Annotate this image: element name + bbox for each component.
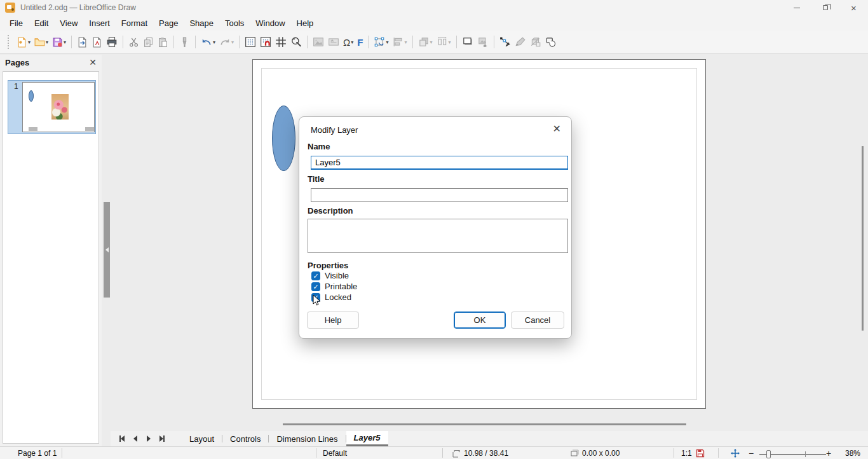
arrange-dropdown-caret[interactable]: ▾ xyxy=(430,39,433,45)
open-dropdown-caret[interactable]: ▾ xyxy=(46,39,48,45)
layer-description-input[interactable] xyxy=(308,219,568,253)
menu-item-file[interactable]: File xyxy=(4,17,29,30)
open-button[interactable]: ▾ xyxy=(32,33,50,51)
page-thumbnail-selected[interactable]: 1 xyxy=(8,80,96,134)
align-dropdown-caret[interactable]: ▾ xyxy=(405,39,407,45)
menu-item-shape[interactable]: Shape xyxy=(184,17,219,30)
scale-ratio-status[interactable]: 1:1 xyxy=(681,449,692,458)
toggle-extrusion-button[interactable] xyxy=(528,33,543,51)
toolbar-separator xyxy=(412,36,413,48)
document-modified-icon[interactable] xyxy=(696,449,705,458)
pages-panel-close-icon[interactable]: ✕ xyxy=(89,57,97,67)
previous-page-icon xyxy=(133,435,137,442)
snap-to-grid-button[interactable] xyxy=(258,33,273,51)
new-dropdown-caret[interactable]: ▾ xyxy=(28,39,31,45)
distribute-dropdown-caret[interactable]: ▾ xyxy=(449,39,451,45)
maximize-button[interactable] xyxy=(811,0,839,15)
new-document-button[interactable]: ▾ xyxy=(15,33,32,51)
show-gluepoints-button[interactable] xyxy=(513,33,528,51)
menu-item-tools[interactable]: Tools xyxy=(219,17,250,30)
first-page-button[interactable] xyxy=(116,432,128,445)
align-objects-button[interactable]: ▾ xyxy=(391,33,409,51)
clone-formatting-button[interactable] xyxy=(177,33,192,51)
printable-checkbox-row: ✓ Printable xyxy=(311,282,357,291)
zoom-out-button[interactable]: − xyxy=(749,448,754,458)
export-button[interactable] xyxy=(75,33,90,51)
next-page-button[interactable] xyxy=(142,432,154,445)
print-button[interactable] xyxy=(104,33,119,51)
helplines-while-moving-button[interactable] xyxy=(273,33,288,51)
horizontal-scrollbar[interactable] xyxy=(283,423,686,425)
ok-button[interactable]: OK xyxy=(454,312,506,329)
visible-checkbox[interactable]: ✓ xyxy=(311,271,320,280)
transformations-button[interactable]: ▾ xyxy=(372,33,390,51)
redo-dropdown-caret[interactable]: ▾ xyxy=(231,39,234,45)
display-grid-button[interactable] xyxy=(243,33,258,51)
edit-points-button[interactable] xyxy=(498,33,513,51)
redo-button[interactable]: ▾ xyxy=(217,33,236,51)
menu-item-help[interactable]: Help xyxy=(291,17,320,30)
show-draw-functions-button[interactable] xyxy=(543,33,559,51)
save-dropdown-caret[interactable]: ▾ xyxy=(64,39,66,45)
zoom-percent-status[interactable]: 38% xyxy=(845,449,860,458)
transformations-dropdown-caret[interactable]: ▾ xyxy=(386,39,388,45)
help-button[interactable]: Help xyxy=(307,312,359,329)
open-folder-icon xyxy=(34,37,45,48)
layer-tab-bar: Layout Controls Dimension Lines Layer5 xyxy=(111,431,868,446)
insert-image-button[interactable] xyxy=(311,33,326,51)
crop-image-button[interactable] xyxy=(475,33,491,51)
dialog-close-icon[interactable]: ✕ xyxy=(553,123,561,135)
insert-fontwork-button[interactable]: F xyxy=(355,33,365,51)
layer-title-input[interactable] xyxy=(311,188,568,202)
page-thumbnail[interactable] xyxy=(22,82,95,132)
zoom-slider-thumb[interactable] xyxy=(766,450,771,458)
minimize-button[interactable] xyxy=(782,0,811,15)
menu-item-page[interactable]: Page xyxy=(153,17,184,30)
redo-icon xyxy=(219,36,231,48)
shadow-button[interactable] xyxy=(460,33,475,51)
tab-dimension-lines[interactable]: Dimension Lines xyxy=(269,431,345,446)
page-count-status: Page 1 of 1 xyxy=(18,449,57,458)
printable-checkbox[interactable]: ✓ xyxy=(311,282,320,291)
status-bar: Page 1 of 1 Default 10.98 / 38.41 0.00 x… xyxy=(0,446,868,459)
cut-button[interactable] xyxy=(126,33,141,51)
locked-checkbox-label: Locked xyxy=(325,292,351,302)
arrange-button[interactable]: ▾ xyxy=(416,33,435,51)
tab-controls[interactable]: Controls xyxy=(222,431,268,446)
visible-checkbox-label: Visible xyxy=(325,271,349,280)
menu-item-format[interactable]: Format xyxy=(116,17,153,30)
hide-panel-handle[interactable] xyxy=(104,202,110,298)
menu-item-edit[interactable]: Edit xyxy=(29,17,54,30)
previous-page-button[interactable] xyxy=(129,432,141,445)
undo-dropdown-caret[interactable]: ▾ xyxy=(213,39,215,45)
close-button[interactable]: × xyxy=(839,0,868,15)
toolbar-separator xyxy=(173,36,174,48)
paste-button[interactable] xyxy=(156,33,170,51)
fit-page-icon[interactable] xyxy=(731,449,740,458)
canvas-ellipse-shape[interactable] xyxy=(272,106,295,171)
zoom-and-pan-button[interactable] xyxy=(288,33,304,51)
properties-label: Properties xyxy=(308,261,348,270)
zoom-in-button[interactable]: + xyxy=(826,448,831,458)
cancel-button[interactable]: Cancel xyxy=(511,312,564,329)
menu-item-insert[interactable]: Insert xyxy=(83,17,116,30)
next-page-icon xyxy=(147,435,151,442)
vertical-scrollbar[interactable] xyxy=(862,146,864,331)
page-style-status[interactable]: Default xyxy=(323,449,347,458)
last-page-button[interactable] xyxy=(156,432,168,445)
undo-button[interactable]: ▾ xyxy=(199,33,217,51)
copy-button[interactable] xyxy=(141,33,156,51)
menu-item-view[interactable]: View xyxy=(54,17,83,30)
toolbar-separator xyxy=(71,36,72,48)
tab-layout[interactable]: Layout xyxy=(182,431,222,446)
tab-layer5[interactable]: Layer5 xyxy=(346,431,388,446)
insert-special-character-button[interactable]: Ω ▾ xyxy=(341,33,355,51)
special-character-dropdown-caret[interactable]: ▾ xyxy=(351,39,353,45)
distribute-button[interactable]: ▾ xyxy=(435,33,453,51)
layer-name-input[interactable] xyxy=(311,156,568,170)
menu-item-window[interactable]: Window xyxy=(250,17,290,30)
save-button[interactable]: ▾ xyxy=(50,33,68,51)
visible-checkbox-row: ✓ Visible xyxy=(311,271,349,280)
export-pdf-button[interactable] xyxy=(90,33,104,51)
insert-text-box-button[interactable] xyxy=(326,33,341,51)
